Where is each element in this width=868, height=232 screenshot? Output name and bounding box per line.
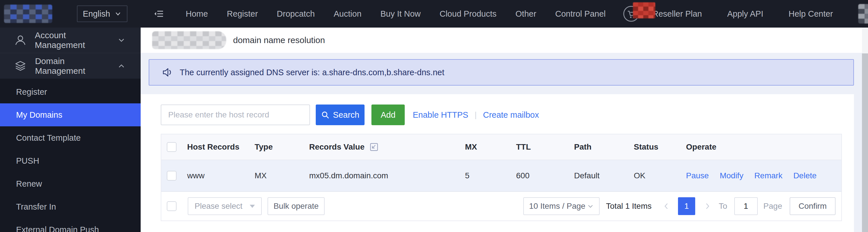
domain-name-redacted xyxy=(152,31,226,49)
header-cell-status: Status xyxy=(629,142,681,152)
nav-item-cloud-products[interactable]: Cloud Products xyxy=(430,0,506,28)
chevron-down-icon xyxy=(587,203,594,210)
sidebar-group-domain-management[interactable]: Domain Management xyxy=(0,53,141,79)
nav-item-other[interactable]: Other xyxy=(506,0,546,28)
chevron-down-icon xyxy=(117,36,126,45)
nav-item-help-center[interactable]: Help Center xyxy=(776,0,846,28)
table-header-row: Host Records Type Records Value MX TTL P… xyxy=(161,134,841,160)
header-cell-value-label: Records Value xyxy=(309,142,365,152)
add-button[interactable]: Add xyxy=(371,105,405,125)
goto-page-input[interactable] xyxy=(734,197,758,215)
footer-select-all-checkbox[interactable] xyxy=(167,201,177,211)
sidebar-item-external-domain-push[interactable]: External Domain Push xyxy=(0,218,141,232)
row-cell-type: MX xyxy=(249,171,304,180)
dns-info-text: The currently assigned DNS server is: a.… xyxy=(180,68,444,77)
cart-count-badge xyxy=(633,2,655,18)
chevron-down-icon xyxy=(114,10,122,18)
goto-to-label: To xyxy=(719,202,727,211)
nav-item-buy-it-now[interactable]: Buy It Now xyxy=(371,0,430,28)
goto-page-label: Page xyxy=(764,202,782,211)
header-cell-type: Type xyxy=(249,142,304,152)
header-cell-value: Records Value xyxy=(304,142,460,152)
row-checkbox[interactable] xyxy=(167,171,177,181)
delete-link[interactable]: Delete xyxy=(794,171,817,180)
nav-item-apply-api[interactable]: Apply API xyxy=(715,0,776,28)
search-button[interactable]: Search xyxy=(316,105,365,125)
user-account-menu[interactable] xyxy=(858,4,868,24)
sidebar-item-transfer-in[interactable]: Transfer In xyxy=(0,195,141,218)
search-input[interactable] xyxy=(161,105,310,125)
create-mailbox-link[interactable]: Create mailbox xyxy=(483,110,539,120)
sidebar-fold-icon[interactable] xyxy=(154,8,165,19)
app-root: English Home Register Dropcatch Auction … xyxy=(0,0,868,232)
header-cell-mx: MX xyxy=(460,142,511,152)
avatar xyxy=(858,4,868,24)
sidebar: Account Management Domain Management Reg… xyxy=(0,28,141,232)
current-page-button[interactable]: 1 xyxy=(678,197,695,215)
nav-item-dropcatch[interactable]: Dropcatch xyxy=(267,0,324,28)
nav-item-register[interactable]: Register xyxy=(217,0,267,28)
sidebar-item-push[interactable]: PUSH xyxy=(0,149,141,172)
page-size-select[interactable]: 10 Items / Page xyxy=(523,197,600,215)
page-header: domain name resolution xyxy=(141,28,868,53)
row-cell-host: www xyxy=(182,171,249,180)
top-navbar: English Home Register Dropcatch Auction … xyxy=(0,0,868,28)
vertical-scrollbar[interactable] xyxy=(862,28,868,232)
layers-icon xyxy=(14,60,28,72)
brand-logo[interactable] xyxy=(4,5,52,23)
pause-link[interactable]: Pause xyxy=(686,171,709,180)
bulk-action-select[interactable]: Please select xyxy=(188,197,262,215)
table-footer: Please select Bulk operate 10 Items / Pa… xyxy=(161,192,841,221)
page-size-value: 10 Items / Page xyxy=(529,202,585,211)
bulk-operate-button[interactable]: Bulk operate xyxy=(268,197,324,215)
dns-info-banner: The currently assigned DNS server is: a.… xyxy=(149,59,854,86)
select-all-checkbox[interactable] xyxy=(167,142,177,152)
link-divider: | xyxy=(474,110,476,119)
scrollbar-thumb[interactable] xyxy=(862,53,868,232)
nav-links: Home Register Dropcatch Auction Buy It N… xyxy=(176,0,615,28)
nav-item-control-panel[interactable]: Control Panel xyxy=(546,0,615,28)
search-icon xyxy=(321,111,330,119)
language-label: English xyxy=(83,9,110,19)
sidebar-item-register[interactable]: Register xyxy=(0,80,141,104)
sidebar-submenu: Register My Domains Contact Template PUS… xyxy=(0,79,141,232)
search-button-label: Search xyxy=(333,110,360,120)
next-page-icon[interactable] xyxy=(704,202,711,210)
chevron-up-icon xyxy=(117,62,126,70)
row-cell-value: mx05.dm.domain.com xyxy=(304,171,460,180)
toolbar: Search Add Enable HTTPS | Create mailbox xyxy=(161,105,539,125)
row-cell-ttl: 600 xyxy=(511,171,569,180)
confirm-button[interactable]: Confirm xyxy=(789,197,836,215)
header-cell-checkbox xyxy=(161,142,182,152)
nav-item-auction[interactable]: Auction xyxy=(324,0,371,28)
table-row: www MX mx05.dm.domain.com 5 600 Default … xyxy=(161,160,841,192)
row-cell-mx: 5 xyxy=(460,171,511,180)
sidebar-group-account-management[interactable]: Account Management xyxy=(0,28,141,53)
header-cell-host: Host Records xyxy=(182,142,249,152)
language-selector[interactable]: English xyxy=(77,5,127,22)
announcement-icon xyxy=(161,66,174,79)
nav-right-links: Reseller Plan Apply API Help Center xyxy=(640,0,846,28)
prev-page-icon[interactable] xyxy=(662,202,670,210)
status-badge: OK xyxy=(629,171,681,180)
records-value-toggle-icon[interactable] xyxy=(369,142,379,152)
sidebar-item-contact-template[interactable]: Contact Template xyxy=(0,126,141,149)
row-cell-path: Default xyxy=(569,171,629,180)
header-cell-ttl: TTL xyxy=(511,142,569,152)
bulk-action-select-value: Please select xyxy=(195,202,243,211)
content-card: Search Add Enable HTTPS | Create mailbox… xyxy=(141,94,854,232)
sidebar-group-label: Domain Management xyxy=(35,56,117,76)
sidebar-item-renew[interactable]: Renew xyxy=(0,172,141,195)
caret-down-icon xyxy=(250,205,255,208)
header-cell-path: Path xyxy=(569,142,629,152)
user-icon xyxy=(14,34,27,46)
modify-link[interactable]: Modify xyxy=(720,171,743,180)
total-items-label: Total 1 Items xyxy=(606,202,652,211)
nav-item-home[interactable]: Home xyxy=(176,0,217,28)
cart-button[interactable] xyxy=(623,5,640,22)
header-cell-operate: Operate xyxy=(681,142,841,152)
sidebar-item-my-domains[interactable]: My Domains xyxy=(0,104,141,126)
enable-https-link[interactable]: Enable HTTPS xyxy=(413,110,468,120)
row-cell-checkbox xyxy=(161,171,182,181)
remark-link[interactable]: Remark xyxy=(754,171,782,180)
